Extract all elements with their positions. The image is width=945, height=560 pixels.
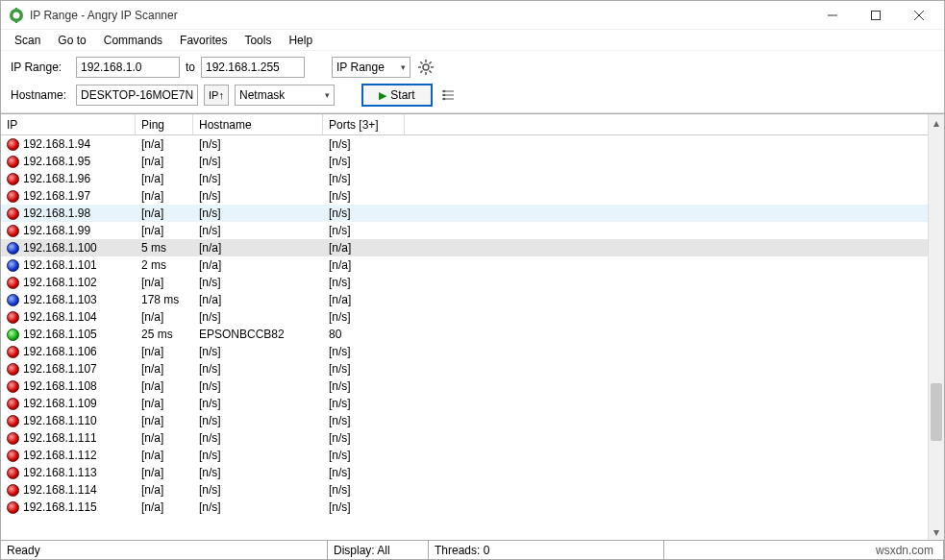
col-hostname[interactable]: Hostname [193, 114, 323, 134]
col-ping[interactable]: Ping [136, 114, 193, 134]
cell-ping: 178 ms [136, 293, 193, 306]
table-row[interactable]: 192.168.1.95[n/a][n/s][n/s] [1, 153, 928, 170]
ip-up-button[interactable]: IP↑ [204, 85, 229, 106]
table-row[interactable]: 192.168.1.97[n/a][n/s][n/s] [1, 187, 928, 205]
titlebar: IP Range - Angry IP Scanner [1, 1, 944, 30]
cell-hostname: [n/s] [193, 276, 323, 289]
cell-ip: 192.168.1.103 [23, 293, 97, 306]
cell-ping: 2 ms [136, 258, 193, 272]
col-ports[interactable]: Ports [3+] [323, 114, 405, 134]
menu-favorites[interactable]: Favorites [172, 32, 235, 49]
cell-ip: 192.168.1.108 [23, 379, 97, 393]
cell-ip: 192.168.1.94 [23, 137, 90, 151]
svg-point-8 [423, 64, 429, 70]
status-ready: Ready [1, 541, 328, 559]
cell-ports: [n/s] [323, 500, 405, 514]
cell-ping: [n/a] [136, 345, 193, 358]
status-dot-red [7, 450, 19, 462]
hostname-input[interactable] [76, 85, 198, 106]
cell-ip: 192.168.1.107 [23, 362, 97, 376]
cell-ports: [n/s] [323, 414, 405, 427]
table-header: IP Ping Hostname Ports [3+] [1, 114, 928, 135]
table-row[interactable]: 192.168.1.113[n/a][n/s][n/s] [1, 464, 928, 481]
window-title: IP Range - Angry IP Scanner [30, 9, 810, 22]
table-row[interactable]: 192.168.1.109[n/a][n/s][n/s] [1, 395, 928, 412]
table-row[interactable]: 192.168.1.10525 msEPSONBCCB8280 [1, 326, 928, 343]
cell-ping: [n/a] [136, 500, 193, 514]
cell-ports: [n/s] [323, 397, 405, 410]
table-row[interactable]: 192.168.1.102[n/a][n/s][n/s] [1, 274, 928, 291]
ip-to-input[interactable] [201, 57, 305, 78]
ip-from-input[interactable] [76, 57, 180, 78]
cell-ip: 192.168.1.99 [23, 224, 90, 237]
gear-icon[interactable] [416, 58, 435, 77]
cell-hostname: [n/s] [193, 137, 323, 151]
status-dot-red [7, 225, 19, 237]
menu-commands[interactable]: Commands [96, 32, 170, 49]
menu-help[interactable]: Help [281, 32, 320, 49]
cell-ping: [n/a] [136, 379, 193, 393]
status-dot-blue [7, 294, 19, 306]
preferences-icon[interactable] [438, 85, 458, 105]
col-ip[interactable]: IP [1, 114, 136, 134]
svg-point-22 [443, 98, 446, 101]
cell-ports: [n/s] [323, 207, 405, 220]
app-icon [9, 8, 24, 23]
iprange-combo-label: IP Range [336, 61, 385, 74]
table-row[interactable]: 192.168.1.114[n/a][n/s][n/s] [1, 481, 928, 499]
table-row[interactable]: 192.168.1.107[n/a][n/s][n/s] [1, 360, 928, 377]
cell-ports: [n/s] [323, 431, 405, 445]
menu-tools[interactable]: Tools [236, 32, 279, 49]
svg-point-20 [443, 90, 446, 93]
cell-ports: [n/s] [323, 189, 405, 203]
table-row[interactable]: 192.168.1.96[n/a][n/s][n/s] [1, 170, 928, 187]
table-row[interactable]: 192.168.1.94[n/a][n/s][n/s] [1, 135, 928, 153]
menu-scan[interactable]: Scan [7, 32, 48, 49]
cell-ping: [n/a] [136, 224, 193, 237]
cell-hostname: [n/s] [193, 155, 323, 168]
status-dot-red [7, 207, 19, 220]
scroll-up-icon[interactable]: ▴ [929, 114, 944, 131]
cell-hostname: [n/a] [193, 258, 323, 272]
status-dot-red [7, 380, 19, 393]
table-row[interactable]: 192.168.1.98[n/a][n/s][n/s] [1, 205, 928, 222]
menu-goto[interactable]: Go to [50, 32, 93, 49]
cell-ports: [n/a] [323, 258, 405, 272]
cell-ports: [n/a] [323, 293, 405, 306]
table-row[interactable]: 192.168.1.112[n/a][n/s][n/s] [1, 447, 928, 464]
maximize-button[interactable] [854, 2, 897, 29]
table-row[interactable]: 192.168.1.111[n/a][n/s][n/s] [1, 429, 928, 447]
status-brand: wsxdn.com [664, 541, 944, 559]
cell-ports: [n/s] [323, 310, 405, 324]
table-row[interactable]: 192.168.1.108[n/a][n/s][n/s] [1, 377, 928, 395]
iprange-combo[interactable]: IP Range ▾ [332, 57, 410, 78]
table-row[interactable]: 192.168.1.103178 ms[n/a][n/a] [1, 291, 928, 308]
status-threads: Threads: 0 [429, 541, 664, 559]
netmask-combo[interactable]: Netmask ▾ [235, 85, 335, 106]
scrollbar[interactable]: ▴ ▾ [928, 114, 944, 540]
table-row[interactable]: 192.168.1.115[n/a][n/s][n/s] [1, 499, 928, 516]
close-button[interactable] [897, 2, 940, 29]
start-button[interactable]: ▶ Start [361, 84, 433, 107]
svg-point-21 [443, 94, 446, 97]
cell-ip: 192.168.1.109 [23, 397, 97, 410]
table-row[interactable]: 192.168.1.1012 ms[n/a][n/a] [1, 256, 928, 274]
cell-ports: [n/s] [323, 466, 405, 479]
menubar: Scan Go to Commands Favorites Tools Help [1, 30, 944, 51]
table-row[interactable]: 192.168.1.1005 ms[n/a][n/a] [1, 239, 928, 256]
cell-ports: [n/s] [323, 172, 405, 185]
cell-ping: [n/a] [136, 155, 193, 168]
table-row[interactable]: 192.168.1.104[n/a][n/s][n/s] [1, 308, 928, 326]
status-dot-red [7, 467, 19, 479]
table-row[interactable]: 192.168.1.110[n/a][n/s][n/s] [1, 412, 928, 429]
status-dot-red [7, 501, 19, 514]
status-display: Display: All [328, 541, 429, 559]
scroll-down-icon[interactable]: ▾ [929, 523, 944, 540]
table-row[interactable]: 192.168.1.106[n/a][n/s][n/s] [1, 343, 928, 360]
svg-line-14 [430, 71, 432, 73]
cell-ports: [n/s] [323, 379, 405, 393]
table-row[interactable]: 192.168.1.99[n/a][n/s][n/s] [1, 222, 928, 239]
minimize-button[interactable] [810, 2, 854, 29]
cell-hostname: [n/s] [193, 397, 323, 410]
scroll-thumb[interactable] [931, 383, 942, 441]
